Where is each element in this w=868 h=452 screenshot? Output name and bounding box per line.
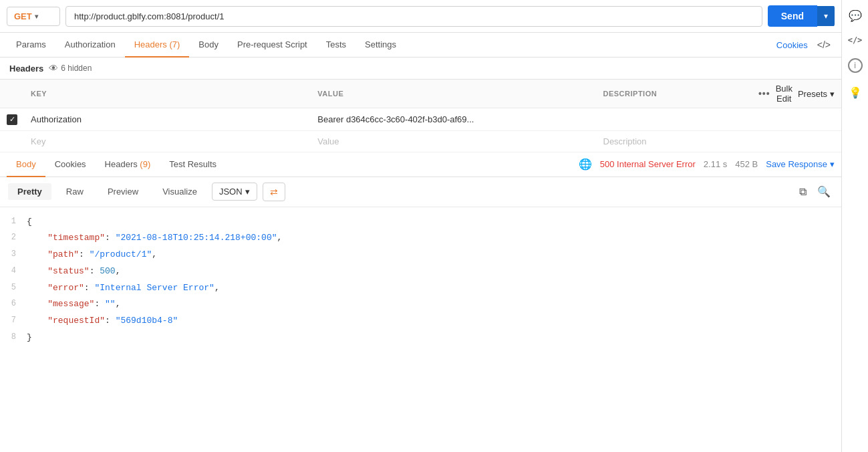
json-plain: : bbox=[105, 316, 116, 326]
row-value-cell[interactable]: Bearer d364c6cc-3c60-402f-b3d0-af69... bbox=[311, 108, 596, 131]
json-plain: : bbox=[90, 266, 100, 276]
tab-params[interactable]: Params bbox=[7, 33, 55, 58]
line-number: 2 bbox=[0, 231, 27, 244]
json-string: "Internal Server Error" bbox=[94, 283, 214, 293]
body-format-row: Pretty Raw Preview Visualize JSON ▾ ⇄ ⧉ … bbox=[0, 177, 841, 207]
line-number: 1 bbox=[0, 215, 27, 228]
json-plain: : bbox=[84, 283, 95, 293]
presets-chevron-icon: ▾ bbox=[830, 89, 835, 99]
wrap-icon: ⇄ bbox=[270, 187, 278, 197]
col-header-actions: ••• Bulk Edit Presets ▾ bbox=[752, 80, 841, 108]
json-plain: : bbox=[79, 249, 90, 259]
json-brace: { bbox=[27, 217, 32, 227]
url-input[interactable] bbox=[65, 6, 762, 27]
code-line: 2 "timestamp": "2021-08-18T10:25:14.218+… bbox=[0, 230, 841, 247]
response-status-bar: 🌐 500 Internal Server Error 2.11 s 452 B… bbox=[579, 158, 835, 171]
save-response-button[interactable]: Save Response ▾ bbox=[766, 159, 835, 169]
comment-icon[interactable]: 💬 bbox=[849, 9, 862, 22]
line-content: "timestamp": "2021-08-18T10:25:14.218+00… bbox=[27, 231, 841, 245]
more-options-icon[interactable]: ••• bbox=[758, 88, 770, 99]
json-number: 500 bbox=[100, 266, 115, 276]
tab-headers[interactable]: Headers (7) bbox=[125, 33, 190, 58]
headers-section-title: Headers bbox=[9, 64, 43, 74]
response-size: 452 B bbox=[735, 159, 758, 169]
empty-key-cell[interactable]: Key bbox=[24, 130, 311, 152]
checkbox-checked-icon[interactable]: ✓ bbox=[7, 114, 17, 125]
line-number: 4 bbox=[0, 265, 27, 277]
format-type-select[interactable]: JSON ▾ bbox=[212, 183, 257, 201]
method-chevron-icon: ▾ bbox=[35, 13, 38, 20]
code-line: 6 "message": "", bbox=[0, 296, 841, 313]
method-selector[interactable]: GET ▾ bbox=[7, 7, 60, 26]
code-line: 8} bbox=[0, 330, 841, 346]
code-line: 4 "status": 500, bbox=[0, 263, 841, 280]
table-row-empty: Key Value Description bbox=[0, 130, 841, 152]
copy-button[interactable]: ⧉ bbox=[797, 183, 809, 201]
json-key: "path" bbox=[27, 249, 79, 259]
code-line: 7 "requestId": "569d10b4-8" bbox=[0, 313, 841, 330]
tab-body[interactable]: Body bbox=[189, 33, 228, 58]
table-row: ✓ Authorization Bearer d364c6cc-3c60-402… bbox=[0, 108, 841, 131]
json-key: "requestId" bbox=[27, 316, 105, 326]
line-content: } bbox=[27, 331, 841, 345]
empty-desc-cell[interactable]: Description bbox=[597, 130, 752, 152]
tab-tests[interactable]: Tests bbox=[317, 33, 355, 58]
response-body-code: 1{2 "timestamp": "2021-08-18T10:25:14.21… bbox=[0, 207, 841, 353]
response-tab-test-results[interactable]: Test Results bbox=[160, 152, 226, 177]
format-tab-visualize[interactable]: Visualize bbox=[153, 183, 206, 200]
tab-prerequest[interactable]: Pre-request Script bbox=[228, 33, 317, 58]
body-action-icons: ⧉ 🔍 bbox=[797, 183, 833, 201]
json-key: "status" bbox=[27, 266, 90, 276]
line-number: 8 bbox=[0, 331, 27, 344]
line-number: 7 bbox=[0, 314, 27, 327]
code-tag-icon[interactable]: </> bbox=[848, 35, 863, 45]
method-label: GET bbox=[14, 11, 32, 21]
send-button[interactable]: Send bbox=[768, 5, 817, 27]
col-header-key: KEY bbox=[24, 80, 311, 108]
code-line: 3 "path": "/product/1", bbox=[0, 247, 841, 263]
format-tab-raw[interactable]: Raw bbox=[57, 183, 93, 200]
col-header-description: DESCRIPTION bbox=[597, 80, 752, 108]
row-key-cell[interactable]: Authorization bbox=[24, 108, 311, 131]
tab-authorization[interactable]: Authorization bbox=[55, 33, 125, 58]
response-tab-cookies[interactable]: Cookies bbox=[45, 152, 96, 177]
lightbulb-icon[interactable]: 💡 bbox=[849, 86, 862, 99]
json-string: "2021-08-18T10:25:14.218+00:00" bbox=[116, 233, 277, 243]
json-key: "timestamp" bbox=[27, 233, 105, 243]
cookies-link[interactable]: Cookies bbox=[776, 33, 808, 57]
response-time: 2.11 s bbox=[704, 159, 727, 169]
info-icon[interactable]: i bbox=[848, 58, 863, 73]
line-content: "status": 500, bbox=[27, 265, 841, 279]
code-snippet-icon[interactable]: </> bbox=[813, 33, 835, 57]
bulk-edit-button[interactable]: Bulk Edit bbox=[776, 84, 792, 104]
send-arrow-button[interactable]: ▾ bbox=[817, 6, 835, 26]
json-string: "" bbox=[105, 299, 116, 309]
response-tab-body[interactable]: Body bbox=[7, 152, 45, 177]
json-plain: : bbox=[105, 233, 116, 243]
globe-icon: 🌐 bbox=[579, 158, 592, 171]
code-line: 1{ bbox=[0, 214, 841, 231]
hidden-headers-badge: 👁 6 hidden bbox=[49, 63, 92, 74]
col-header-value: VALUE bbox=[311, 80, 596, 108]
search-button[interactable]: 🔍 bbox=[815, 183, 833, 201]
format-tab-pretty[interactable]: Pretty bbox=[8, 183, 51, 200]
json-brace: } bbox=[27, 332, 32, 342]
code-line: 5 "error": "Internal Server Error", bbox=[0, 280, 841, 297]
format-chevron-icon: ▾ bbox=[245, 187, 250, 197]
send-button-group: Send ▾ bbox=[768, 5, 835, 27]
json-key: "error" bbox=[27, 283, 84, 293]
response-tab-headers[interactable]: Headers (9) bbox=[96, 152, 160, 177]
json-plain: , bbox=[116, 266, 121, 276]
row-description-cell[interactable] bbox=[597, 108, 752, 131]
format-tab-preview[interactable]: Preview bbox=[98, 183, 148, 200]
presets-button[interactable]: Presets ▾ bbox=[798, 89, 835, 99]
empty-row-check bbox=[0, 130, 24, 152]
right-sidebar: 💬 </> i 💡 bbox=[841, 0, 868, 353]
line-content: "error": "Internal Server Error", bbox=[27, 281, 841, 296]
empty-value-cell[interactable]: Value bbox=[311, 130, 596, 152]
json-string: "/product/1" bbox=[90, 249, 152, 259]
tab-settings[interactable]: Settings bbox=[355, 33, 406, 58]
word-wrap-button[interactable]: ⇄ bbox=[263, 183, 285, 201]
line-content: "message": "", bbox=[27, 298, 841, 312]
row-checkbox-cell[interactable]: ✓ bbox=[0, 108, 24, 131]
